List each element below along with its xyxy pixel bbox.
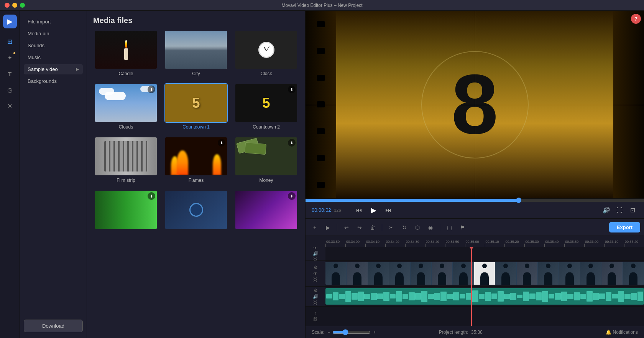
sidebar-item-media-bin[interactable]: Media bin: [24, 28, 83, 39]
sidebar-icon-effects[interactable]: ✦: [3, 51, 17, 64]
frame-thumb: [389, 262, 410, 285]
separator3: [440, 224, 440, 231]
undo-button[interactable]: ↩: [341, 222, 352, 233]
wave-bar: [510, 293, 516, 300]
download-icon-partial3[interactable]: ⬇: [288, 192, 296, 200]
sidebar-item-sample-video[interactable]: Sample video ▶: [24, 64, 83, 74]
ruler-mark-9: 00:35:20: [504, 236, 524, 247]
scale-bar: Scale: − + Project length: 35:38 🔔 Notif…: [306, 326, 644, 338]
wave-bar: [453, 292, 459, 300]
wave-bar: [618, 291, 624, 302]
media-item-flames[interactable]: ⬇ Flames: [163, 135, 229, 184]
timeline-area: + ▶ ↩ ↪ 🗑 ✂ ↻ ⬡ ◉ ⬚ ⚑ Export: [306, 218, 644, 326]
media-item-clock[interactable]: Clock: [233, 29, 299, 77]
download-icon-money[interactable]: ⬇: [288, 139, 296, 147]
scale-slider[interactable]: [332, 329, 371, 335]
aspect-ratio-button[interactable]: ⊡: [627, 205, 638, 216]
link-icon-bottom[interactable]: ⛓: [313, 317, 318, 322]
wave-bar: [466, 293, 472, 300]
export-button[interactable]: Export: [609, 222, 640, 232]
download-icon-partial1[interactable]: ⬇: [148, 192, 155, 200]
transitions-button[interactable]: ⬚: [444, 222, 455, 233]
sidebar-item-music[interactable]: Music: [24, 52, 83, 63]
media-item-partial1[interactable]: ⬇: [93, 189, 159, 232]
frame-thumb: [411, 262, 431, 285]
download-icon-countdown2[interactable]: ⬇: [288, 86, 296, 93]
download-button[interactable]: Download: [24, 320, 83, 332]
skip-back-button[interactable]: ⏮: [354, 205, 365, 216]
media-item-partial3[interactable]: ⬇: [233, 189, 299, 232]
delete-button[interactable]: 🗑: [367, 222, 378, 233]
sidebar-icon-tools[interactable]: ✕: [3, 99, 17, 113]
sidebar-icon-transitions[interactable]: ◷: [3, 83, 17, 97]
media-item-partial2[interactable]: [163, 189, 229, 232]
add-track-button[interactable]: +: [309, 222, 320, 233]
media-item-city[interactable]: City: [163, 29, 229, 77]
audio-track-bar[interactable]: [325, 288, 644, 305]
sidebar-item-sounds[interactable]: Sounds: [24, 40, 83, 51]
media-item-countdown2[interactable]: 5 ⬇ Countdown 2: [233, 82, 299, 131]
skip-forward-button[interactable]: ⏭: [383, 205, 394, 216]
markers-button[interactable]: ⚑: [457, 222, 468, 233]
media-item-money[interactable]: ⬇ Money: [233, 135, 299, 184]
media-item-candle[interactable]: Candle: [93, 29, 159, 77]
timeline-ruler: 00:33:50 00:34:00 00:34:10 00:34:20: [306, 236, 644, 247]
media-item-filmstrip[interactable]: Film strip: [93, 135, 159, 184]
wave-bar: [586, 291, 593, 301]
speaker-icon[interactable]: 🔊: [313, 251, 319, 256]
rotate-button[interactable]: ↻: [399, 222, 410, 233]
sidebar-item-file-import[interactable]: File import: [24, 16, 83, 27]
audio-track-content[interactable]: [325, 287, 644, 306]
cut-button[interactable]: ✂: [386, 222, 397, 233]
crop-button[interactable]: ⬡: [412, 222, 423, 233]
video-track-bar[interactable]: [325, 262, 644, 285]
download-icon-clouds[interactable]: ⬇: [148, 86, 155, 93]
ruler-mark-6: 00:34:50: [445, 236, 465, 247]
wave-bar: [580, 294, 586, 298]
settings-icon-audio[interactable]: ⚙: [314, 288, 318, 293]
notifications-button[interactable]: 🔔 Notifications: [606, 330, 638, 335]
fullscreen-button[interactable]: ⛶: [614, 205, 625, 216]
video-frame-8: [474, 262, 495, 285]
track-controls-video: ⚙ 👁 ⛓: [306, 261, 325, 286]
color-button[interactable]: ◉: [425, 222, 436, 233]
media-item-clouds[interactable]: ⬇ Clouds: [93, 82, 159, 131]
collapse-button[interactable]: ▶: [322, 222, 333, 233]
window-controls[interactable]: [5, 3, 25, 8]
eye-icon-video[interactable]: 👁: [313, 271, 318, 276]
person-head: [397, 264, 402, 268]
link-icon-audio[interactable]: ⛓: [313, 300, 318, 305]
person-body: [608, 272, 616, 285]
wave-bar: [396, 291, 402, 301]
volume-button[interactable]: 🔊: [601, 205, 612, 216]
redo-button[interactable]: ↪: [354, 222, 365, 233]
sidebar-item-backgrounds[interactable]: Backgrounds: [24, 76, 83, 86]
wave-bar: [517, 295, 523, 298]
maximize-button[interactable]: [20, 3, 25, 8]
track-controls-audio: ⚙ 🔊 ⛓: [306, 287, 325, 306]
eye-icon[interactable]: 👁: [313, 247, 318, 250]
video-track-content[interactable]: [325, 261, 644, 286]
progress-bar[interactable]: [306, 199, 644, 202]
close-button[interactable]: [5, 3, 10, 8]
frame-thumb: [453, 262, 473, 285]
media-item-countdown1[interactable]: 5 Countdown 1: [163, 82, 229, 131]
media-label-clouds: Clouds: [119, 124, 133, 130]
ruler-mark-8: 00:35:10: [485, 236, 505, 247]
minimize-button[interactable]: [12, 3, 17, 8]
settings-icon[interactable]: ⚙: [314, 265, 318, 270]
music-icon[interactable]: ♪: [314, 310, 317, 316]
link-icon-video[interactable]: ⛓: [313, 277, 318, 282]
help-button[interactable]: ?: [631, 14, 641, 24]
wave-bar: [339, 294, 345, 299]
sidebar-icon-media[interactable]: ⊞: [3, 35, 17, 48]
player-bottom-bar: 00:00:02 326 ⏮ ▶ ⏭ 🔊 ⛶ ⊡: [306, 202, 644, 218]
sidebar-icon-text[interactable]: T: [3, 67, 17, 81]
wave-bar: [326, 294, 332, 298]
wave-bar: [377, 293, 383, 300]
play-button[interactable]: ▶: [368, 205, 379, 216]
scale-slider-wrap: − +: [327, 329, 376, 335]
video-frames: [325, 262, 644, 285]
download-icon-flames[interactable]: ⬇: [218, 139, 225, 147]
speaker-icon-audio[interactable]: 🔊: [313, 294, 319, 299]
